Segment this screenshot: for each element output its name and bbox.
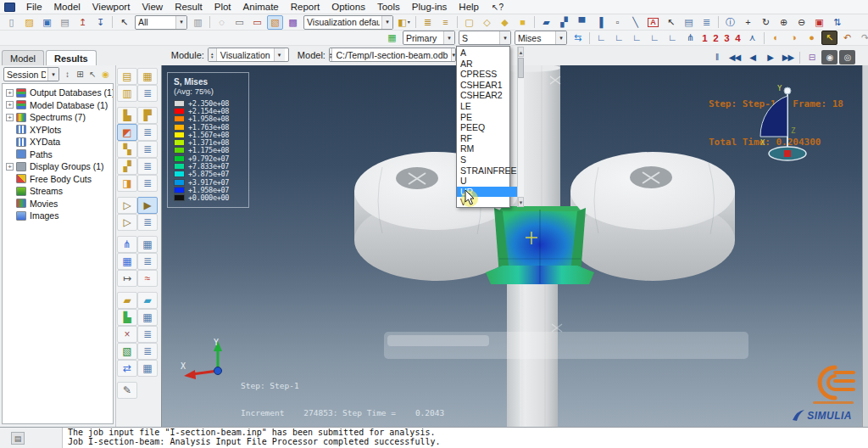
mat-orientation-options-icon[interactable]: ≣ (137, 158, 158, 175)
cycle-views-icon[interactable]: ⇅ (829, 15, 845, 30)
menu-item[interactable]: Animate (237, 0, 285, 14)
app-icon[interactable] (4, 3, 15, 12)
dropdown-item[interactable]: S (457, 154, 517, 165)
stream-icon[interactable]: ▧ (117, 343, 137, 360)
animation-options-icon[interactable]: ≣ (137, 214, 158, 231)
frame-selector-icon[interactable]: ▤ (117, 68, 137, 85)
tree-item[interactable]: + Output Databases (1) (3, 87, 113, 99)
view-front-icon[interactable]: ∟ (593, 31, 609, 45)
view-bottom-icon[interactable]: ∟ (647, 31, 663, 45)
tree-item[interactable]: Movies (3, 198, 113, 210)
previous-frame-icon[interactable]: ◀ (744, 50, 760, 64)
expander-icon[interactable] (6, 188, 14, 195)
expander-icon[interactable]: + (6, 101, 14, 109)
menu-item[interactable]: Help (453, 0, 485, 14)
shell-thickness-icon[interactable]: ≡ (437, 15, 453, 30)
tab-model[interactable]: Model (2, 50, 44, 65)
reduce-view-icon[interactable]: ⊖ (793, 15, 810, 30)
tree-item[interactable]: + Spectrums (7) (3, 111, 113, 124)
allow-multiple-plot-states-icon[interactable]: ◨ (117, 175, 137, 192)
message-area-icon[interactable]: ▤ (11, 432, 25, 445)
table-options-icon[interactable]: ≣ (137, 253, 158, 270)
menu-item[interactable]: Result (169, 0, 209, 14)
dropdown-item[interactable]: RF (457, 133, 517, 144)
tree-item[interactable]: Images (3, 210, 113, 222)
create-job-icon[interactable]: ↥ (75, 15, 91, 30)
model-combo[interactable]: ▴▾ C:/Temp/I-section-beam.odb ▾ (329, 48, 456, 62)
contour-spectrum-icon[interactable]: ▙ (117, 309, 137, 326)
free-body-options-icon[interactable]: ≣ (137, 326, 158, 343)
view-back-icon[interactable]: ∟ (611, 31, 627, 45)
xy-table-icon[interactable]: ▦ (117, 253, 137, 270)
animate-time-history-icon[interactable]: ▶ (137, 197, 158, 214)
create-path-icon[interactable]: ↦ (117, 270, 137, 287)
dropdown-item[interactable]: AR (457, 59, 517, 70)
last-frame-icon[interactable]: ▶▶ (780, 50, 796, 64)
field-output-icon[interactable]: ▦ (137, 68, 158, 85)
free-body-cut-icon[interactable]: × (117, 326, 137, 343)
view-cut-icon[interactable]: ▰ (117, 292, 137, 309)
path-curve-icon[interactable]: ≈ (137, 270, 158, 287)
animate-harmonic-icon[interactable]: ▷ (117, 214, 137, 231)
custom-views-icon[interactable]: ⋏ (744, 31, 760, 45)
expander-icon[interactable]: + (6, 114, 14, 121)
menu-item[interactable]: Report (285, 0, 326, 14)
query-info-icon[interactable]: ⓘ (722, 15, 738, 30)
tree-item[interactable]: Streams (3, 185, 113, 198)
dropdown-item[interactable]: STRAINFREE (457, 165, 517, 176)
view-iso-icon[interactable]: ⋔ (682, 31, 698, 45)
viewport-annotation-options-icon[interactable]: ▤ (681, 15, 697, 30)
tab-results[interactable]: Results (46, 50, 97, 65)
menu-item[interactable]: Viewport (86, 0, 136, 14)
display-group-icon[interactable]: ▧ (267, 15, 283, 30)
tree-item[interactable]: Free Body Cuts (3, 173, 113, 186)
plot-state-options-icon[interactable]: ≣ (137, 175, 158, 192)
movie-camera-icon[interactable]: ◉ (821, 50, 837, 64)
pan-view-icon[interactable]: + (740, 15, 756, 30)
animate-scale-factor-icon[interactable]: ▷ (117, 197, 137, 214)
expander-icon[interactable] (6, 199, 14, 207)
add-group-icon[interactable]: ◑ (786, 31, 802, 45)
probe-line-icon[interactable]: ╲ (627, 15, 643, 30)
menu-item[interactable]: File (20, 0, 48, 14)
expander-icon[interactable] (6, 175, 14, 182)
expander-icon[interactable]: + (6, 89, 14, 97)
frame-selector-icon[interactable]: ⊞ (74, 68, 86, 81)
context-help-icon[interactable]: ↖? (492, 3, 504, 12)
undo-icon[interactable]: ↶ (839, 31, 855, 45)
tile-horizontal-icon[interactable]: ▀ (574, 15, 590, 30)
lasso-select-icon[interactable]: ▭ (249, 15, 265, 30)
shaded-render-icon[interactable]: ◆ (497, 15, 513, 30)
vizdef-combo[interactable]: Visualization defaults▾ (303, 15, 393, 30)
menu-item[interactable]: View (136, 0, 169, 14)
annotation-icon[interactable]: ▫ (609, 15, 626, 30)
text-annotation-icon[interactable]: A (645, 15, 661, 30)
replace-displayed-icon[interactable]: ◌ (214, 15, 230, 30)
color-code-icon[interactable]: ▩ (285, 15, 301, 30)
menu-item[interactable]: Plug-ins (406, 0, 453, 14)
view-top-icon[interactable]: ∟ (629, 31, 645, 45)
view-preset-3-button[interactable]: 3 (721, 33, 732, 43)
new-model-icon[interactable]: ▯ (3, 15, 19, 30)
expander-icon[interactable] (6, 212, 14, 220)
menu-item[interactable]: Tools (371, 0, 406, 14)
cycle-results-icon[interactable]: ↕ (61, 68, 74, 81)
menu-item[interactable]: Model (48, 0, 86, 14)
expander-icon[interactable]: + (6, 163, 14, 171)
view-compass[interactable]: X Z Y (755, 84, 816, 165)
single-viewport-icon[interactable]: ▰ (538, 15, 554, 30)
pick-pressed-icon[interactable]: ↖ (821, 31, 837, 45)
hidden-line-render-icon[interactable]: ◇ (479, 15, 495, 30)
variable-combo[interactable]: S▾ (459, 31, 511, 45)
annotate-probe-icon[interactable]: ✎ (117, 382, 137, 399)
stream-options-icon[interactable]: ≣ (137, 343, 158, 360)
annotation-manager-icon[interactable]: ≣ (698, 15, 715, 30)
expander-icon[interactable] (6, 126, 14, 133)
submit-job-icon[interactable]: ↧ (92, 15, 108, 30)
render-cube-icon[interactable]: ◧▾ (396, 15, 412, 30)
plot-material-orientation-icon[interactable]: ▞ (117, 158, 137, 175)
swap-odb-icon[interactable]: ⇄ (117, 360, 137, 377)
first-frame-icon[interactable]: ◀◀ (726, 50, 743, 64)
tree-item[interactable]: XYPlots (3, 124, 113, 137)
dropdown-item[interactable]: CPRESS (457, 69, 517, 80)
